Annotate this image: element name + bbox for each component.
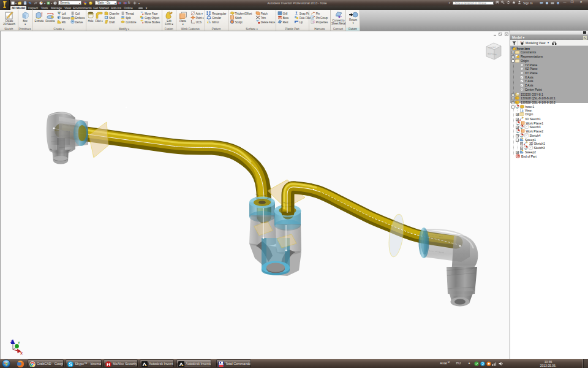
svg-text:?: ? bbox=[557, 2, 559, 4]
svg-text:Z: Z bbox=[10, 339, 13, 343]
svg-text:Y: Y bbox=[18, 341, 20, 345]
svg-text:X: X bbox=[20, 351, 23, 355]
